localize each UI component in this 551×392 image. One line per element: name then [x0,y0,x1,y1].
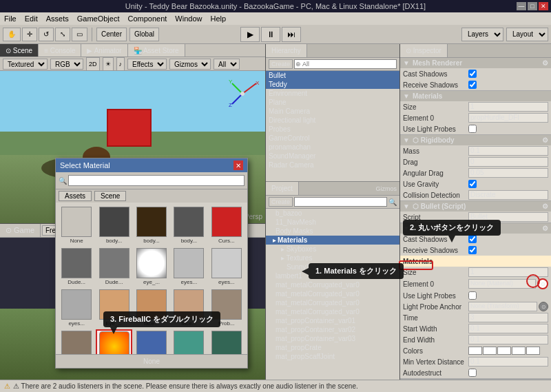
tab-hierarchy[interactable]: Hierarchy [266,44,307,57]
dialog-search-input[interactable] [68,175,245,186]
tr-time-value[interactable]: 3 [468,313,548,322]
hier-item-probes[interactable]: Probes [266,125,399,134]
proj-item-textures[interactable]: ▸ Textures [266,254,399,262]
receive-shadows-checkbox[interactable] [468,81,477,89]
proj-item-scaff-joint[interactable]: mat_propScaffJoint [266,352,399,361]
dialog-tab-scene[interactable]: Scene [94,191,126,201]
pause-button[interactable]: ⏸ [261,27,280,42]
dialog-tab-assets[interactable]: Assets [59,191,92,201]
hierarchy-search-input[interactable] [294,59,397,69]
proj-create-btn[interactable]: Create [269,197,293,207]
tr-colors-swatches[interactable] [468,347,548,355]
tr-element0-circle-btn[interactable]: ⊙ [537,278,548,289]
rgb-dropdown[interactable]: RGB [50,59,83,70]
proj-item-body-masks[interactable]: Body Masks [266,227,399,236]
scene-light-btn[interactable]: ☀ [103,57,114,71]
tr-cast-shadows-checkbox[interactable] [468,235,477,243]
color-swatch-1[interactable] [468,347,482,355]
tr-probe-anchor-btn[interactable]: ⊙ [539,302,548,311]
proj-item-prop-crate[interactable]: mat_propCrate [266,343,399,352]
proj-item-skyboxes[interactable]: ▸ Skyboxes [266,245,399,254]
hier-item-bullet[interactable]: Bullet [266,71,399,80]
menu-file[interactable]: File [4,14,17,23]
project-search-input[interactable] [294,197,387,207]
tab-scene[interactable]: ⊙ Scene [0,44,39,56]
menu-edit[interactable]: Edit [25,14,38,23]
color-swatch-2[interactable] [483,347,497,355]
material-item-curs[interactable]: Curs... [209,205,245,245]
proj-item-container3[interactable]: mat_propContainer_var03 [266,334,399,343]
proj-item-container2[interactable]: mat_propContainer_var02 [266,325,399,334]
move-tool[interactable]: ✛ [22,28,37,41]
gizmos-dropdown[interactable]: Gizmos [169,59,211,70]
global-button[interactable]: Global [129,28,159,41]
settings-icon[interactable]: ⚙ [542,59,548,67]
mat-size-value[interactable]: 1 [468,102,548,112]
tr-size-value[interactable]: 1 [468,267,548,277]
material-item-none[interactable]: None [59,205,94,245]
hier-item-plane[interactable]: Plane [266,98,399,107]
collision-detection-value[interactable]: Discrate [468,190,548,200]
color-swatch-3[interactable] [497,347,511,355]
use-gravity-checkbox[interactable] [468,180,477,188]
hier-item-soundmanager[interactable]: SoundManager [266,152,399,161]
hier-item-pronamachan[interactable]: pronamachan [266,143,399,152]
tr-end-width-value[interactable]: 0.1 [468,335,548,344]
tr-receive-shadows-checkbox[interactable] [468,246,477,254]
close-btn[interactable]: ✕ [539,2,548,10]
material-item-prob2[interactable]: Prob... [59,329,94,354]
scene-audio-btn[interactable]: ♪ [116,57,125,71]
drag-value[interactable]: 0 [468,157,548,167]
material-item-body3[interactable]: body... [171,205,207,245]
mat-element0-value[interactable]: propHurdle_DFI [468,113,548,123]
effects-dropdown[interactable]: Effects [127,59,167,70]
menu-help[interactable]: Help [210,14,226,23]
proj-item-navmesh[interactable]: 11_NavMesh [266,218,399,227]
tr-element0-value[interactable]: None (Material) [468,279,536,289]
layers-dropdown[interactable]: Layers [461,28,503,41]
tab-project[interactable]: Project [266,182,299,195]
proj-item-metal2[interactable]: mat_metalCorrugated_var0 [266,289,399,298]
proj-item-metal3[interactable]: mat_metalCorrugated_var0 [266,298,399,307]
material-item-fx-f1[interactable]: fx_f... [171,329,207,354]
color-swatch-5[interactable] [526,347,540,355]
hier-item-gamecontrol[interactable]: GameControl [266,134,399,143]
menu-component[interactable]: Component [127,14,167,23]
dialog-close-btn[interactable]: ✕ [233,161,243,170]
all-dropdown[interactable]: All [214,59,240,70]
material-item-fx-e[interactable]: fx_e... [134,329,169,354]
hier-item-radar-camera[interactable]: Radar Camera [266,161,399,169]
material-item-fx-f2[interactable]: fx_f... [209,329,245,354]
hierarchy-create-btn[interactable]: Create [269,59,293,69]
tr-settings-icon[interactable]: ⚙ [542,225,548,232]
tab-inspector[interactable]: ⊙ Inspector [400,44,448,57]
hier-item-directional-light[interactable]: Directional light [266,116,399,125]
proj-item-b-bazoo[interactable]: b_bazoo [266,209,399,218]
menu-assets[interactable]: Assets [46,14,69,23]
tab-animator[interactable]: ▶ Animator [81,44,127,56]
color-swatch-4[interactable] [512,347,526,355]
material-item-body1[interactable]: body... [96,205,132,245]
material-item-body2[interactable]: body... [134,205,169,245]
cast-shadows-checkbox[interactable] [468,70,477,78]
bullet-script-header[interactable]: ▼ ⬡ Bullet (Script) ⚙ [400,201,551,212]
bs-settings-icon[interactable]: ⚙ [542,203,548,210]
menu-window[interactable]: Window [175,14,202,23]
tr-probe-anchor-value[interactable]: None (Transform) [468,302,537,311]
tab-console[interactable]: ≡ Console [39,44,81,56]
material-item-dude1[interactable]: Dude... [59,247,94,287]
proj-item-materials[interactable]: ▸ Materials [266,236,399,245]
scale-tool[interactable]: ⤡ [55,28,70,41]
play-button[interactable]: ▶ [240,27,260,42]
material-item-eyes3[interactable]: eyes... [59,288,94,328]
2d-btn[interactable]: 2D [86,57,100,71]
rigidbody-header[interactable]: ▼ ⬡ Rigidbody ⚙ [400,135,551,145]
hand-tool[interactable]: ✋ [3,28,21,41]
maximize-btn[interactable]: □ [528,2,537,10]
rect-tool[interactable]: ▭ [72,28,87,41]
proj-item-metal1[interactable]: mat_metalCorrugated_var0 [266,280,399,289]
layout-dropdown[interactable]: Layout [506,28,548,41]
material-item-dude3[interactable]: eye_... [134,247,169,287]
menu-gameobject[interactable]: GameObject [77,14,120,23]
mass-value[interactable]: 0.1 [468,146,548,156]
